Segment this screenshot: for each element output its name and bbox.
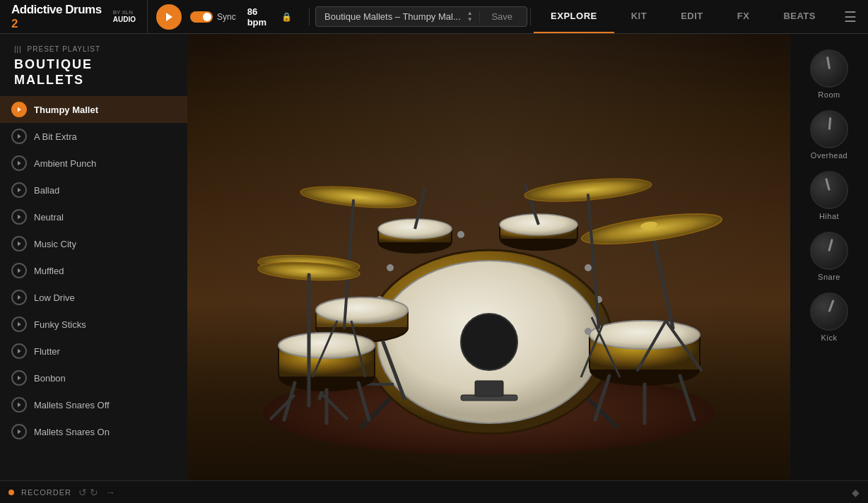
- knob-label-room: Room: [818, 90, 840, 99]
- knob-snare[interactable]: [810, 232, 848, 270]
- publisher-text: BY XLN AUDIO: [113, 9, 136, 25]
- knob-item-kick: Kick: [810, 288, 848, 346]
- preset-item-6[interactable]: Music City: [0, 230, 187, 257]
- logo-text: Addictive Drums 2: [11, 3, 109, 31]
- svg-marker-10: [18, 349, 21, 354]
- preset-name-13: Mallets Snares On: [34, 427, 110, 437]
- drum-kit-svg: [242, 59, 737, 455]
- preset-item-13[interactable]: Mallets Snares On: [0, 418, 187, 445]
- knob-item-hihat: Hihat: [810, 167, 848, 225]
- preset-item-12[interactable]: Mallets Snares Off: [0, 391, 187, 418]
- preset-item-5[interactable]: Neutral: [0, 203, 187, 230]
- sync-area: Sync: [190, 11, 236, 23]
- preset-name-12: Mallets Snares Off: [34, 400, 110, 410]
- knob-label-kick: Kick: [821, 333, 838, 342]
- preset-item-1[interactable]: Thumpy Mallet: [0, 96, 187, 123]
- svg-marker-4: [18, 188, 21, 193]
- recorder-icons[interactable]: ↺ ↻: [78, 487, 98, 498]
- knob-label-hihat: Hihat: [819, 212, 839, 220]
- svg-point-26: [585, 264, 592, 271]
- tab-beats[interactable]: BEATS: [766, 0, 833, 33]
- preset-name-10: Flutter: [34, 346, 60, 357]
- bpm-area: 86 bpm 🔒: [247, 6, 292, 28]
- logo-area: Addictive Drums 2 BY XLN AUDIO: [0, 0, 148, 33]
- redo-icon[interactable]: ↻: [90, 487, 98, 498]
- save-button[interactable]: Save: [486, 10, 518, 23]
- play-circle-7: [11, 263, 27, 278]
- svg-marker-7: [18, 268, 21, 273]
- sync-label: Sync: [217, 12, 236, 22]
- preset-name: Boutique Mallets – Thumpy Mal...: [324, 11, 461, 22]
- sidebar: ||| Preset playlist BOUTIQUEMALLETS Thum…: [0, 34, 187, 480]
- hamburger-menu[interactable]: ☰: [833, 8, 868, 25]
- playlist-label: ||| Preset playlist: [14, 45, 176, 53]
- play-circle-1: [11, 102, 27, 117]
- preset-item-2[interactable]: A Bit Extra: [0, 123, 187, 150]
- playlist-name: BOUTIQUEMALLETS: [14, 57, 176, 88]
- svg-point-63: [300, 183, 417, 211]
- knob-overhead[interactable]: [810, 110, 848, 148]
- nav-tabs: EXPLORE KIT EDIT FX BEATS: [534, 0, 833, 33]
- expand-icon[interactable]: ◆: [852, 487, 860, 498]
- play-circle-2: [11, 129, 27, 144]
- preset-item-4[interactable]: Ballad: [0, 177, 187, 203]
- preset-name-2: A Bit Extra: [34, 131, 77, 142]
- preset-display[interactable]: Boutique Mallets – Thumpy Mal... ▲ ▼ Sav…: [315, 6, 527, 27]
- knob-label-overhead: Overhead: [811, 151, 848, 160]
- drum-kit-container: [187, 34, 790, 480]
- svg-marker-2: [18, 134, 21, 139]
- recorder-dot: [8, 490, 14, 495]
- tab-edit[interactable]: EDIT: [664, 0, 720, 33]
- bottom-right: ◆: [852, 486, 860, 499]
- play-circle-11: [11, 370, 27, 386]
- knob-item-snare: Snare: [810, 227, 848, 285]
- svg-point-61: [580, 208, 723, 250]
- preset-item-7[interactable]: Muffled: [0, 257, 187, 284]
- lock-icon: 🔒: [281, 12, 292, 22]
- svg-marker-9: [18, 322, 21, 327]
- play-circle-13: [11, 424, 27, 439]
- svg-marker-11: [18, 376, 21, 381]
- svg-marker-1: [18, 107, 21, 112]
- forward-arrow[interactable]: →: [105, 487, 115, 498]
- svg-line-58: [652, 229, 673, 328]
- preset-list: Thumpy Mallet A Bit Extra Ambient Punch …: [0, 96, 187, 451]
- preset-name-5: Neutral: [34, 212, 64, 223]
- main-area: ||| Preset playlist BOUTIQUEMALLETS Thum…: [0, 34, 868, 480]
- undo-icon[interactable]: ↺: [78, 487, 87, 498]
- preset-item-9[interactable]: Funky Sticks: [0, 311, 187, 338]
- preset-name-1: Thumpy Mallet: [34, 105, 98, 115]
- play-circle-10: [11, 343, 27, 359]
- preset-bar: Boutique Mallets – Thumpy Mal... ▲ ▼ Sav…: [315, 6, 527, 27]
- svg-point-23: [457, 231, 464, 238]
- knob-room[interactable]: [810, 49, 848, 88]
- tab-fx[interactable]: FX: [720, 0, 767, 33]
- preset-name-11: Bonbon: [34, 373, 66, 384]
- sync-toggle[interactable]: [190, 11, 213, 23]
- preset-name-9: Funky Sticks: [34, 319, 86, 330]
- play-circle-9: [11, 316, 27, 332]
- preset-item-8[interactable]: Low Drive: [0, 284, 187, 311]
- preset-item-10[interactable]: Flutter: [0, 338, 187, 365]
- play-button[interactable]: [156, 4, 182, 30]
- knob-hihat[interactable]: [810, 171, 848, 209]
- tab-explore[interactable]: EXPLORE: [534, 0, 614, 33]
- top-nav: Addictive Drums 2 BY XLN AUDIO Sync 86 b…: [0, 0, 868, 34]
- tab-kit[interactable]: KIT: [614, 0, 664, 33]
- divider3: [530, 8, 531, 25]
- play-circle-12: [11, 397, 27, 413]
- preset-name-7: Muffled: [34, 266, 64, 276]
- recorder-label: RECORDER: [21, 488, 71, 497]
- preset-item-11[interactable]: Bonbon: [0, 365, 187, 391]
- knob-kick[interactable]: [810, 292, 848, 331]
- play-circle-8: [11, 290, 27, 305]
- knob-item-room: Room: [810, 45, 848, 103]
- svg-point-34: [316, 297, 408, 323]
- divider2: [479, 11, 480, 23]
- play-circle-3: [11, 155, 27, 171]
- preset-name-8: Low Drive: [34, 292, 75, 303]
- bottom-bar: RECORDER ↺ ↻ → ◆: [0, 480, 868, 503]
- svg-point-19: [461, 314, 517, 370]
- preset-arrows[interactable]: ▲ ▼: [467, 11, 473, 23]
- preset-item-3[interactable]: Ambient Punch: [0, 150, 187, 177]
